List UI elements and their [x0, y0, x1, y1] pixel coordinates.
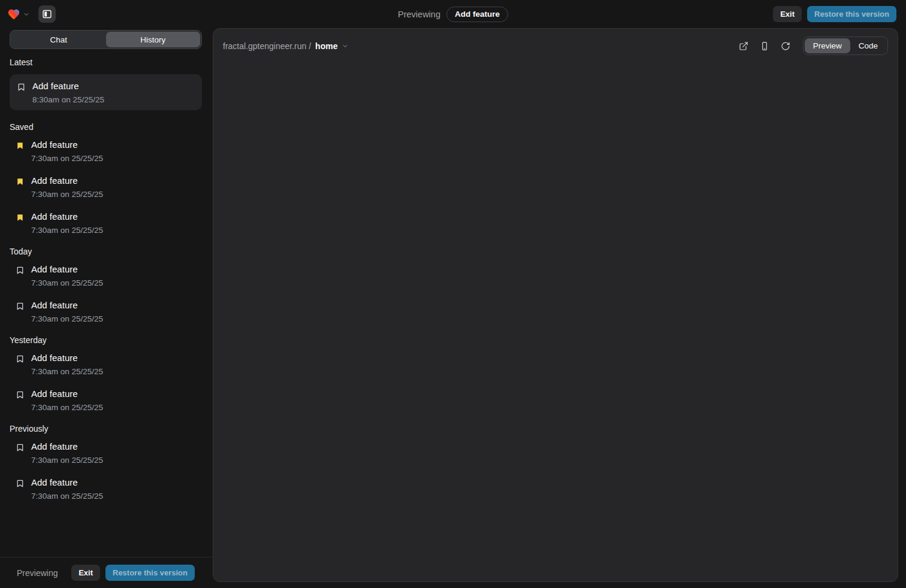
history-item-time: 7:30am on 25/25/25 [31, 154, 103, 163]
section-title: Latest [10, 57, 202, 67]
history-item-time: 7:30am on 25/25/25 [31, 226, 103, 235]
history-item-title: Add feature [31, 352, 103, 364]
section-title: Saved [10, 122, 202, 132]
chevron-down-icon [23, 11, 30, 18]
history-item-time: 7:30am on 25/25/25 [31, 403, 103, 412]
history-list: Latest Add feature 8:30am on 25/25/25 Sa… [0, 49, 213, 557]
history-item-text: Add feature 7:30am on 25/25/25 [31, 477, 103, 501]
section-title: Previously [10, 424, 202, 434]
history-item-time: 8:30am on 25/25/25 [32, 95, 104, 104]
preview-viewport[interactable] [213, 62, 898, 581]
history-item-title: Add feature [31, 139, 103, 151]
history-item[interactable]: Add feature 7:30am on 25/25/25 [10, 139, 202, 163]
history-item-time: 7:30am on 25/25/25 [31, 278, 103, 287]
url-domain: fractal.gptengineer.run / [223, 41, 311, 51]
topbar-left-cluster [7, 5, 56, 23]
section-today: Today Add feature 7:30am on 25/25/25 Add… [10, 247, 202, 323]
tab-history[interactable]: History [106, 32, 201, 47]
content-row: Chat History Latest Add feature 8:30am o… [0, 28, 906, 588]
bookmark-icon [16, 301, 25, 311]
bookmark-icon [16, 390, 25, 399]
history-item[interactable]: Add feature 7:30am on 25/25/25 [10, 352, 202, 376]
history-item-time: 7:30am on 25/25/25 [31, 190, 103, 199]
history-item-latest[interactable]: Add feature 8:30am on 25/25/25 [10, 74, 202, 110]
version-badge[interactable]: Add feature [446, 7, 508, 22]
history-item-title: Add feature [31, 263, 103, 275]
history-item[interactable]: Add feature 7:30am on 25/25/25 [10, 299, 202, 323]
tab-chat[interactable]: Chat [11, 32, 106, 47]
history-item-text: Add feature 7:30am on 25/25/25 [31, 211, 103, 235]
main-area: fractal.gptengineer.run / home [213, 28, 906, 588]
bookmark-icon [16, 354, 25, 363]
section-yesterday: Yesterday Add feature 7:30am on 25/25/25… [10, 335, 202, 412]
mobile-view-button[interactable] [756, 38, 773, 54]
history-item[interactable]: Add feature 7:30am on 25/25/25 [10, 477, 202, 501]
exit-button[interactable]: Exit [71, 565, 100, 581]
restore-version-button[interactable]: Restore this version [807, 6, 896, 22]
history-item-text: Add feature 7:30am on 25/25/25 [31, 175, 103, 199]
app-logo-menu[interactable] [7, 8, 30, 21]
history-item-title: Add feature [32, 80, 104, 92]
footer-buttons: Exit Restore this version [71, 565, 195, 581]
bookmark-icon [16, 442, 25, 452]
section-title: Yesterday [10, 335, 202, 345]
history-item-time: 7:30am on 25/25/25 [31, 492, 103, 501]
history-item[interactable]: Add feature 7:30am on 25/25/25 [10, 175, 202, 199]
sidebar-toggle-button[interactable] [38, 5, 56, 23]
url-breadcrumb[interactable]: fractal.gptengineer.run / home [223, 41, 349, 51]
restore-version-button[interactable]: Restore this version [105, 565, 195, 581]
topbar-center-status: Previewing Add feature [398, 7, 508, 22]
open-in-new-tab-button[interactable] [735, 38, 752, 54]
history-item-time: 7:30am on 25/25/25 [31, 367, 103, 376]
section-title: Today [10, 247, 202, 256]
refresh-button[interactable] [777, 38, 794, 54]
history-item-text: Add feature 7:30am on 25/25/25 [31, 388, 103, 412]
history-item-title: Add feature [31, 477, 103, 489]
history-item-title: Add feature [31, 441, 103, 453]
top-bar: Previewing Add feature Exit Restore this… [0, 0, 906, 28]
preview-code-tabs: Preview Code [803, 37, 888, 55]
history-item-title: Add feature [31, 299, 103, 311]
topbar-right-cluster: Exit Restore this version [773, 6, 896, 22]
section-saved: Saved Add feature 7:30am on 25/25/25 Add… [10, 122, 202, 235]
panel-left-icon [42, 9, 52, 19]
history-item-text: Add feature 7:30am on 25/25/25 [31, 299, 103, 323]
sidebar-footer: Previewing Exit Restore this version [0, 557, 213, 588]
tab-code[interactable]: Code [850, 38, 886, 53]
bookmark-icon [17, 82, 26, 92]
preview-header-actions: Preview Code [735, 37, 888, 55]
bookmark-icon [16, 478, 25, 488]
section-previously: Previously Add feature 7:30am on 25/25/2… [10, 424, 202, 501]
history-item-text: Add feature 7:30am on 25/25/25 [31, 263, 103, 287]
history-item-time: 7:30am on 25/25/25 [31, 314, 103, 323]
history-item[interactable]: Add feature 7:30am on 25/25/25 [10, 441, 202, 465]
chevron-down-icon [342, 43, 349, 50]
bookmark-filled-icon [16, 213, 25, 222]
history-item-title: Add feature [31, 175, 103, 187]
history-item-title: Add feature [31, 211, 103, 223]
history-item-text: Add feature 7:30am on 25/25/25 [31, 139, 103, 163]
history-item-text: Add feature 7:30am on 25/25/25 [31, 352, 103, 376]
history-item[interactable]: Add feature 7:30am on 25/25/25 [10, 211, 202, 235]
bookmark-filled-icon [16, 141, 25, 150]
history-sidebar: Chat History Latest Add feature 8:30am o… [0, 28, 213, 588]
exit-button[interactable]: Exit [773, 6, 802, 22]
history-item-time: 7:30am on 25/25/25 [31, 456, 103, 465]
external-link-icon [739, 41, 748, 51]
history-item-title: Add feature [31, 388, 103, 400]
previewing-label: Previewing [398, 10, 440, 19]
preview-panel: fractal.gptengineer.run / home [213, 28, 898, 582]
bookmark-icon [16, 265, 25, 275]
url-page: home [315, 41, 337, 51]
smartphone-icon [760, 41, 769, 51]
previewing-label: Previewing [17, 568, 58, 578]
refresh-icon [781, 41, 790, 51]
tab-preview[interactable]: Preview [805, 38, 850, 53]
preview-header: fractal.gptengineer.run / home [213, 29, 898, 62]
section-latest: Latest Add feature 8:30am on 25/25/25 [10, 57, 202, 110]
history-item-text: Add feature 7:30am on 25/25/25 [31, 441, 103, 465]
history-item[interactable]: Add feature 7:30am on 25/25/25 [10, 263, 202, 287]
heart-logo-icon [7, 8, 20, 21]
history-item-text: Add feature 8:30am on 25/25/25 [32, 80, 104, 104]
history-item[interactable]: Add feature 7:30am on 25/25/25 [10, 388, 202, 412]
